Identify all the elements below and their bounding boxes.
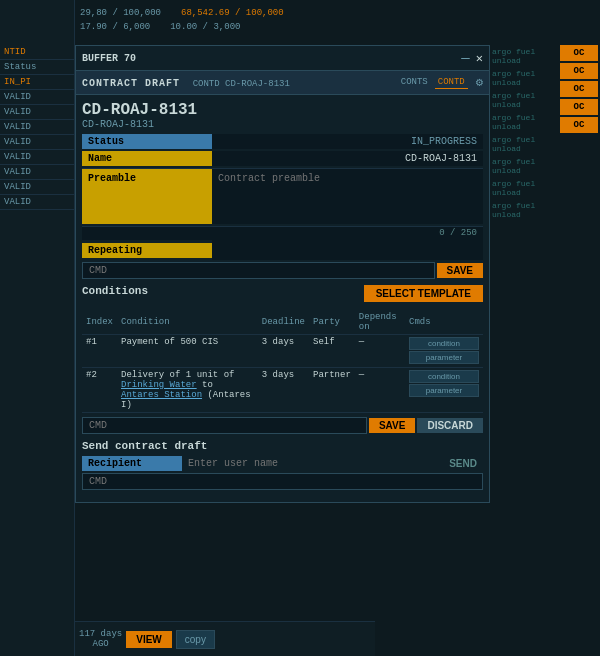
- right-btn-4[interactable]: OC: [560, 99, 598, 115]
- view-button[interactable]: VIEW: [126, 631, 172, 648]
- right-btn-1[interactable]: OC: [560, 45, 598, 61]
- cond2-index: #2: [82, 368, 117, 413]
- right-btn-5[interactable]: OC: [560, 117, 598, 133]
- col-cmds: Cmds: [405, 310, 483, 335]
- modal-body: CD-ROAJ-8131 CD-ROAJ-8131 Status IN_PROG…: [76, 95, 489, 502]
- col-index: Index: [82, 310, 117, 335]
- right-btn-2[interactable]: OC: [560, 63, 598, 79]
- stat-value-3: 17.90 / 6,000: [80, 20, 150, 34]
- preamble-counter: 0 / 250: [82, 226, 483, 240]
- contract-id-sub: CD-ROAJ-8131: [82, 119, 483, 130]
- stat-value-4: 10.00 / 3,000: [170, 20, 240, 34]
- sidebar-item-valid7[interactable]: VALID: [0, 180, 75, 195]
- preamble-label: Preamble: [82, 169, 212, 224]
- status-value: IN_PROGRESS: [212, 134, 483, 149]
- contract-id-section: CD-ROAJ-8131 CD-ROAJ-8131: [82, 101, 483, 130]
- sidebar-list: NTID Status IN_PI VALID VALID VALID VALI…: [0, 45, 75, 210]
- modal-tabs: CONTS CONTD: [398, 76, 468, 89]
- recipient-row: Recipient SEND: [82, 456, 483, 471]
- cmd-row-send: [82, 473, 483, 490]
- sidebar-item-valid8[interactable]: VALID: [0, 195, 75, 210]
- tab-contd[interactable]: CONTD: [435, 76, 468, 89]
- cond2-condition-btn[interactable]: condition: [409, 370, 479, 383]
- modal-titlebar: BUFFER 70 — ✕: [76, 46, 489, 71]
- preamble-section: Preamble: [82, 168, 483, 224]
- repeating-row: Repeating: [82, 240, 483, 260]
- cmd-input-send[interactable]: [82, 473, 483, 490]
- cond1-cmds: condition parameter: [405, 335, 483, 368]
- condition-row-2: #2 Delivery of 1 unit of Drinking Water …: [82, 368, 483, 413]
- send-section: Send contract draft Recipient SEND: [82, 440, 483, 490]
- cmd-input-1[interactable]: [82, 262, 435, 279]
- cond2-antares-station-link[interactable]: Antares Station: [121, 390, 202, 400]
- preamble-input[interactable]: [212, 169, 483, 224]
- sidebar-item-valid3[interactable]: VALID: [0, 120, 75, 135]
- close-button[interactable]: ✕: [476, 51, 483, 66]
- cond1-deadline: 3 days: [258, 335, 309, 368]
- cmd-row-1: SAVE: [82, 262, 483, 279]
- buffer-modal: BUFFER 70 — ✕ CONTRACT DRAFT CONTD CD-RO…: [75, 45, 490, 503]
- send-header: Send contract draft: [82, 440, 483, 452]
- sidebar-item-status[interactable]: Status: [0, 60, 75, 75]
- select-template-button[interactable]: SELECT TEMPLATE: [364, 285, 483, 302]
- status-row: Status IN_PROGRESS: [82, 134, 483, 149]
- recipient-label: Recipient: [82, 456, 182, 471]
- tab-conts[interactable]: CONTS: [398, 76, 431, 89]
- recipient-input[interactable]: [182, 456, 443, 471]
- cond1-condition-btn[interactable]: condition: [409, 337, 479, 350]
- cond2-party: Partner: [309, 368, 355, 413]
- cond2-depends: —: [355, 368, 405, 413]
- repeating-label: Repeating: [82, 243, 212, 258]
- name-row: Name CD-ROAJ-8131: [82, 151, 483, 166]
- cond2-deadline: 3 days: [258, 368, 309, 413]
- sidebar-item-valid6[interactable]: VALID: [0, 165, 75, 180]
- condition-row-1: #1 Payment of 500 CIS 3 days Self — cond…: [82, 335, 483, 368]
- send-button[interactable]: SEND: [443, 456, 483, 471]
- cond1-index: #1: [82, 335, 117, 368]
- cmd-row-2: SAVE DISCARD: [82, 417, 483, 434]
- sidebar-item-inpi[interactable]: IN_PI: [0, 75, 75, 90]
- col-deadline: Deadline: [258, 310, 309, 335]
- right-button-bar: OC OC OC OC OC: [560, 0, 600, 656]
- sidebar-item-valid4[interactable]: VALID: [0, 135, 75, 150]
- minimize-button[interactable]: —: [461, 50, 469, 66]
- sidebar-item-ntid[interactable]: NTID: [0, 45, 75, 60]
- cond1-condition: Payment of 500 CIS: [117, 335, 258, 368]
- cmd-input-2[interactable]: [82, 417, 367, 434]
- cond2-drinking-water-link[interactable]: Drinking Water: [121, 380, 197, 390]
- settings-icon[interactable]: ⚙: [476, 75, 483, 90]
- save-button-1[interactable]: SAVE: [437, 263, 484, 278]
- cond2-condition: Delivery of 1 unit of Drinking Water to …: [117, 368, 258, 413]
- days-ago-display: 117 days AGO: [79, 629, 122, 649]
- copy-button[interactable]: copy: [176, 630, 215, 649]
- cond2-cmds: condition parameter: [405, 368, 483, 413]
- conditions-table: Index Condition Deadline Party Depends o…: [82, 310, 483, 413]
- right-btn-3[interactable]: OC: [560, 81, 598, 97]
- sidebar-item-valid1[interactable]: VALID: [0, 90, 75, 105]
- left-sidebar: NTID Status IN_PI VALID VALID VALID VALI…: [0, 0, 75, 656]
- modal-controls: — ✕: [461, 50, 483, 66]
- modal-title: BUFFER 70: [82, 53, 136, 64]
- col-party: Party: [309, 310, 355, 335]
- sidebar-item-valid5[interactable]: VALID: [0, 150, 75, 165]
- top-stats-bar: 29,80 / 100,000 68,542.69 / 100,000 17.9…: [75, 0, 565, 40]
- modal-header: CONTRACT DRAFT CONTD CD-ROAJ-8131 CONTS …: [76, 71, 489, 95]
- name-value: CD-ROAJ-8131: [212, 151, 483, 166]
- cond1-party: Self: [309, 335, 355, 368]
- bottom-bar: 117 days AGO VIEW copy: [75, 621, 375, 656]
- modal-header-sub: CONTD CD-ROAJ-8131: [193, 79, 290, 89]
- cond2-parameter-btn[interactable]: parameter: [409, 384, 479, 397]
- bg-content-rows: argo fuel unload argo fuel unload argo f…: [490, 45, 560, 655]
- stat-value-1: 29,80 / 100,000: [80, 6, 161, 20]
- status-label: Status: [82, 134, 212, 149]
- name-label: Name: [82, 151, 212, 166]
- cond1-depends: —: [355, 335, 405, 368]
- sidebar-item-valid2[interactable]: VALID: [0, 105, 75, 120]
- modal-header-info: CONTRACT DRAFT CONTD CD-ROAJ-8131: [82, 77, 290, 89]
- conditions-header: SELECT TEMPLATE Conditions: [82, 285, 483, 306]
- contract-id-main: CD-ROAJ-8131: [82, 101, 483, 119]
- save-button-2[interactable]: SAVE: [369, 418, 416, 433]
- cond1-parameter-btn[interactable]: parameter: [409, 351, 479, 364]
- discard-button[interactable]: DISCARD: [417, 418, 483, 433]
- stat-value-2: 68,542.69 / 100,000: [181, 6, 284, 20]
